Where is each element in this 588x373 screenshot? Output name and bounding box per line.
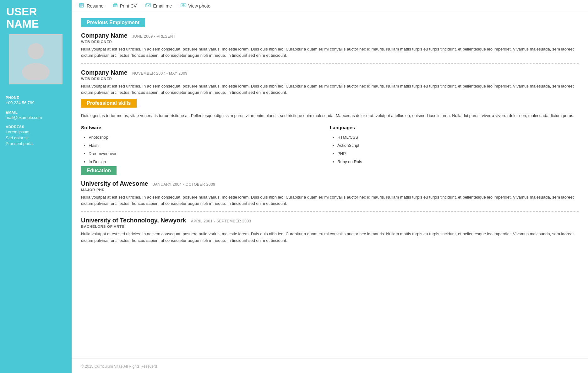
email-value: mail@example.com bbox=[6, 115, 66, 120]
email-icon bbox=[145, 3, 151, 8]
address-label: ADDRESS bbox=[6, 125, 66, 129]
navbar: Resume Print CV Email me bbox=[72, 0, 588, 12]
edu-entry-2: University of Techonology, Newyork APRIL… bbox=[81, 217, 579, 244]
cv-content: Previous Employment Company Name JUNE 20… bbox=[72, 12, 588, 358]
software-col: Software Photoshop Flash Dreemweeaver In… bbox=[81, 125, 330, 166]
job2-company: Company Name NOVEMBER 2007 - MAY 2009 bbox=[81, 69, 579, 76]
edu-entry-1: University of Awesome JANUARY 2004 - OCT… bbox=[81, 180, 579, 207]
svg-point-13 bbox=[183, 5, 184, 6]
sidebar: USER NAME PHONE +00 234 56 789 EMAIL mai… bbox=[0, 0, 72, 373]
job1-dates: JUNE 2009 - PRESENT bbox=[132, 34, 176, 39]
print-icon bbox=[112, 3, 118, 8]
edu1-dates: JANUARY 2004 - OCTOBER 2009 bbox=[153, 182, 215, 187]
list-item: ActionScript bbox=[337, 141, 579, 150]
languages-col: Languages HTML/CSS ActionScript PHP Ruby… bbox=[330, 125, 579, 166]
divider-2 bbox=[81, 211, 579, 212]
job2-role: WEB DESIGNER bbox=[81, 77, 579, 81]
software-title: Software bbox=[81, 125, 330, 130]
edu1-degree: MAJOR PHD bbox=[81, 188, 579, 192]
address-line3: Praesent porta. bbox=[6, 141, 66, 147]
nav-resume[interactable]: Resume bbox=[79, 3, 104, 8]
nav-email-label: Email me bbox=[153, 3, 172, 8]
employment-section: Previous Employment Company Name JUNE 20… bbox=[81, 18, 579, 96]
skills-columns: Software Photoshop Flash Dreemweeaver In… bbox=[81, 125, 579, 166]
list-item: In Design bbox=[89, 158, 330, 166]
main-content: Resume Print CV Email me bbox=[72, 0, 588, 373]
list-item: HTML/CSS bbox=[337, 133, 579, 141]
username: USER NAME bbox=[0, 0, 72, 34]
edu1-institution: University of Awesome JANUARY 2004 - OCT… bbox=[81, 180, 579, 187]
footer: © 2015 Curriculum Vitae All Rights Resev… bbox=[72, 358, 588, 373]
footer-text: © 2015 Curriculum Vitae All Rights Resev… bbox=[81, 364, 157, 369]
resume-icon bbox=[79, 3, 85, 8]
languages-list: HTML/CSS ActionScript PHP Ruby on Rais bbox=[330, 133, 579, 166]
skills-section: Professional skills Duis egestas tortor … bbox=[81, 99, 579, 166]
list-item: Ruby on Rais bbox=[337, 158, 579, 166]
education-section: Education University of Awesome JANUARY … bbox=[81, 166, 579, 244]
nav-print[interactable]: Print CV bbox=[112, 3, 137, 8]
phone-value: +00 234 56 789 bbox=[6, 100, 66, 106]
avatar bbox=[9, 34, 63, 84]
svg-point-0 bbox=[28, 43, 44, 59]
sidebar-info: PHONE +00 234 56 789 EMAIL mail@example.… bbox=[0, 91, 72, 147]
job2-dates: NOVEMBER 2007 - MAY 2009 bbox=[132, 71, 188, 76]
languages-title: Languages bbox=[330, 125, 579, 130]
photo-icon bbox=[181, 3, 186, 8]
nav-photo[interactable]: View photo bbox=[181, 3, 210, 8]
list-item: PHP bbox=[337, 150, 579, 158]
edu2-description: Nulla volutpat at est sed ultricies. In … bbox=[81, 231, 579, 244]
job1-description: Nulla volutpat at est sed ultricies. In … bbox=[81, 46, 579, 59]
svg-point-1 bbox=[22, 63, 50, 80]
job1-role: WEB DESIGNER bbox=[81, 40, 579, 44]
list-item: Dreemweeaver bbox=[89, 150, 330, 158]
software-list: Photoshop Flash Dreemweeaver In Design bbox=[81, 133, 330, 166]
address-line2: Sed dolor sit, bbox=[6, 135, 66, 141]
job1-company: Company Name JUNE 2009 - PRESENT bbox=[81, 32, 579, 39]
address-line1: Lorem ipsum, bbox=[6, 129, 66, 135]
nav-resume-label: Resume bbox=[87, 3, 104, 8]
job-entry-1: Company Name JUNE 2009 - PRESENT WEB DES… bbox=[81, 32, 579, 59]
phone-label: PHONE bbox=[6, 96, 66, 99]
employment-header: Previous Employment bbox=[81, 18, 145, 27]
edu2-degree: BACHELORS OF ARTS bbox=[81, 225, 579, 228]
divider-1 bbox=[81, 63, 579, 64]
nav-print-label: Print CV bbox=[120, 3, 137, 8]
list-item: Photoshop bbox=[89, 133, 330, 141]
email-label: EMAIL bbox=[6, 110, 66, 114]
nav-photo-label: View photo bbox=[188, 3, 210, 8]
avatar-image bbox=[17, 37, 55, 81]
edu2-institution: University of Techonology, Newyork APRIL… bbox=[81, 217, 579, 224]
list-item: Flash bbox=[89, 141, 330, 150]
job2-description: Nulla volutpat at est sed ultricies. In … bbox=[81, 83, 579, 96]
education-header: Education bbox=[81, 166, 117, 175]
job-entry-2: Company Name NOVEMBER 2007 - MAY 2009 WE… bbox=[81, 69, 579, 96]
nav-email[interactable]: Email me bbox=[145, 3, 172, 8]
skills-intro: Duis egestas tortor metus, vitae venenat… bbox=[81, 113, 579, 119]
edu1-description: Nulla volutpat at est sed ultricies. In … bbox=[81, 194, 579, 207]
edu2-dates: APRIL 2001 - SEPTEMBER 2003 bbox=[191, 219, 251, 223]
skills-header: Professional skills bbox=[81, 99, 137, 108]
